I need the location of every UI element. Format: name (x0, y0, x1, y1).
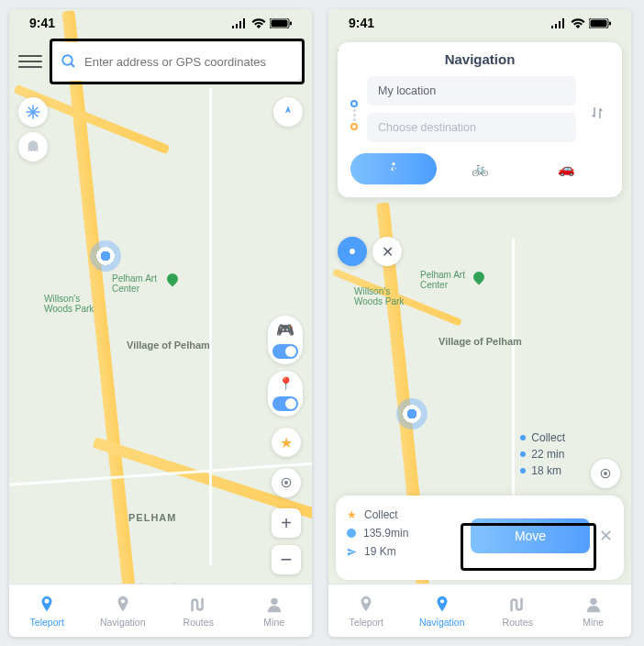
route-collect-label: Collect (531, 431, 565, 444)
tab-navigation[interactable]: Navigation (85, 585, 161, 637)
phone-navigation-screen: Pelham Art Center Willson's Woods Park V… (328, 9, 631, 637)
map-label-pelham: PELHAM (128, 512, 176, 523)
compass-button[interactable] (273, 97, 303, 127)
svg-point-12 (121, 599, 125, 603)
locate-me-button[interactable] (272, 468, 301, 497)
status-time: 9:41 (29, 16, 55, 30)
clock-dot-icon (347, 529, 356, 538)
tab-teleport-label: Teleport (350, 617, 383, 628)
tab-routes-label: Routes (183, 617, 214, 628)
search-input[interactable] (84, 55, 292, 69)
move-card: ★Collect 135.9min 19 Km Move ✕ (336, 496, 624, 580)
route-summary-overlay: Collect 22 min 18 km (520, 431, 565, 481)
mode-bike[interactable]: 🚲 (437, 153, 523, 184)
tab-bar: Teleport Navigation Routes Mine (328, 584, 631, 637)
tab-bar: Teleport Navigation Routes Mine (9, 584, 312, 637)
swap-button[interactable] (585, 104, 609, 122)
svg-point-13 (271, 597, 277, 604)
car-icon: 🚗 (558, 161, 575, 177)
tab-mine-label: Mine (583, 617, 604, 628)
svg-point-20 (605, 473, 607, 475)
status-bar: 9:41 (9, 9, 312, 37)
ghost-icon (26, 139, 40, 154)
poi-art-center-label: Pelham Art Center (112, 273, 176, 294)
favorite-button[interactable]: ★ (272, 428, 301, 457)
tab-mine[interactable]: Mine (556, 585, 632, 637)
svg-rect-1 (272, 19, 288, 27)
bike-icon: 🚲 (472, 161, 489, 177)
signal-icon (232, 18, 248, 28)
compass-icon (280, 104, 296, 120)
person-pin-icon: 📍 (278, 376, 294, 391)
search-box[interactable] (50, 42, 303, 81)
status-indicators (551, 18, 611, 28)
move-button[interactable]: Move (471, 518, 590, 553)
pin-drop-icon (37, 595, 57, 615)
map-label-village: Village of Pelham (439, 336, 522, 347)
route-marker-pin[interactable] (338, 237, 367, 266)
gamepad-icon: 🎮 (276, 321, 294, 339)
route-marker-controls: ✕ (338, 237, 402, 266)
tab-teleport[interactable]: Teleport (328, 585, 405, 637)
wifi-icon (251, 18, 266, 28)
move-duration: 135.9min (363, 527, 408, 540)
wifi-icon (571, 18, 585, 28)
pin-drop-icon (356, 595, 376, 615)
ghost-button[interactable] (18, 132, 48, 162)
zoom-in-button[interactable]: + (272, 508, 301, 538)
map-label-village: Village of Pelham (127, 340, 210, 351)
tab-routes[interactable]: Routes (480, 585, 556, 637)
route-duration: 22 min (531, 448, 564, 461)
move-collect-label: Collect (364, 508, 398, 521)
tab-teleport-label: Teleport (30, 617, 64, 628)
tab-navigation[interactable]: Navigation (405, 585, 481, 637)
avatar-toggle[interactable] (272, 396, 298, 411)
zoom-out-button[interactable]: − (272, 545, 301, 574)
mode-walk[interactable] (350, 153, 437, 184)
signal-icon (551, 18, 567, 28)
walk-icon (386, 161, 401, 177)
svg-rect-2 (290, 21, 292, 25)
to-field[interactable]: Choose destination (367, 113, 576, 142)
snowflake-button[interactable] (18, 97, 48, 127)
tab-routes[interactable]: Routes (161, 585, 237, 637)
route-clear-button[interactable]: ✕ (372, 237, 402, 266)
battery-icon (589, 18, 611, 28)
tab-navigation-label: Navigation (100, 617, 146, 628)
route-icon (507, 595, 527, 615)
map-canvas[interactable]: Pelham Art Center Willson's Woods Park V… (9, 9, 312, 637)
locate-me-button[interactable] (591, 459, 620, 488)
menu-button[interactable] (18, 50, 42, 73)
svg-point-17 (392, 162, 394, 165)
svg-rect-15 (591, 19, 607, 27)
pin-icon (113, 595, 133, 615)
close-icon: ✕ (599, 527, 613, 545)
svg-marker-9 (285, 106, 291, 113)
poi-art-center-label: Pelham Art Center (420, 270, 484, 290)
close-icon: ✕ (382, 243, 394, 261)
svg-point-3 (62, 55, 72, 65)
send-icon (347, 547, 357, 557)
status-bar: 9:41 (328, 9, 631, 37)
swap-icon (589, 104, 605, 122)
phone-teleport-screen: Pelham Art Center Willson's Woods Park V… (9, 9, 312, 637)
poi-woods-park-label: Willson's Woods Park (354, 286, 418, 306)
person-icon (264, 595, 284, 615)
tab-teleport[interactable]: Teleport (9, 585, 85, 637)
from-field[interactable]: My location (367, 76, 576, 106)
battery-icon (270, 18, 292, 28)
move-distance: 19 Km (364, 545, 396, 558)
from-value: My location (378, 84, 436, 97)
current-location-marker (396, 398, 427, 429)
person-icon (583, 595, 604, 615)
joystick-toggle[interactable] (272, 344, 298, 359)
travel-mode-selector: 🚲 🚗 (350, 153, 609, 184)
current-location-marker (90, 240, 121, 272)
joystick-toggle-group: 🎮 (268, 316, 303, 364)
to-placeholder: Choose destination (378, 121, 476, 134)
tab-mine[interactable]: Mine (237, 585, 313, 637)
crosshair-icon (279, 475, 294, 490)
route-dots-icon (350, 96, 358, 130)
move-card-close-button[interactable]: ✕ (599, 526, 613, 546)
mode-car[interactable]: 🚗 (523, 153, 609, 184)
